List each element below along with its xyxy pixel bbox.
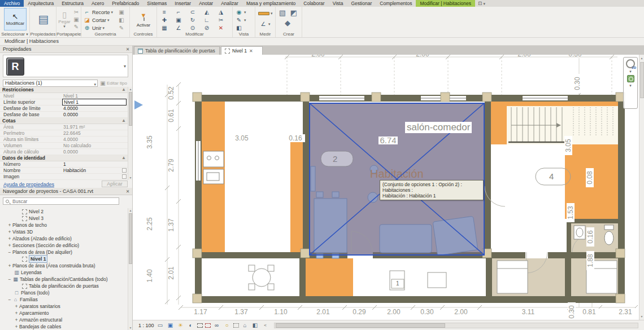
crop-view-icon[interactable] [197, 323, 203, 328]
tab-vista[interactable]: Vista [329, 0, 347, 7]
paste-button[interactable]: ▯ Pegar ▾ [58, 8, 71, 30]
dimension[interactable]: 1.37 [232, 308, 251, 316]
browser-item-aparcamiento[interactable]: +Aparcamiento [1, 310, 125, 316]
dimension[interactable]: 2.01 [167, 263, 175, 283]
dimension[interactable]: 2.31 [616, 308, 635, 316]
join-geometry-button[interactable]: ⊕Unir▾ [83, 24, 105, 32]
dimension[interactable]: 0.16 [286, 134, 305, 142]
analytical-model-icon[interactable]: ⌂ [241, 322, 249, 329]
tab-acero[interactable]: Acero [88, 0, 108, 7]
array-icon[interactable]: ▦ [160, 24, 168, 32]
expand-icon[interactable]: + [7, 262, 12, 269]
visual-style-icon[interactable]: ▣ [167, 322, 175, 329]
dimension[interactable]: 2.25 [146, 214, 154, 234]
browser-item-nivel-1-selected[interactable]: Nivel 1 [1, 256, 125, 262]
section-restricciones[interactable]: Restricciones▲ [0, 87, 128, 93]
tab-prefabricado[interactable]: Prefabricado [108, 0, 143, 7]
browser-item-bandejas-cables[interactable]: +Bandejas de cables [1, 323, 125, 330]
tab-colaborar[interactable]: Colaborar [299, 0, 328, 7]
view-tab-schedule[interactable]: Tabla de planificación de puertas [134, 46, 220, 55]
section-cotas[interactable]: Cotas▲ [0, 118, 128, 124]
browser-item-planos-area-alquiler[interactable]: −Planos de área (De alquiler) [1, 249, 125, 256]
dimension[interactable]: 0.61 [167, 106, 175, 125]
room-tag-4[interactable]: 4 [549, 171, 554, 181]
pin-element-icon[interactable]: ⊙ [189, 24, 197, 32]
dimension[interactable]: 2.00 [384, 308, 403, 316]
browser-search-box[interactable] [3, 197, 119, 205]
dimension[interactable]: 3.35 [146, 133, 154, 152]
tab-insertar[interactable]: Insertar [171, 0, 195, 7]
browser-item-planos-techo[interactable]: +Planos de techo [1, 222, 125, 228]
delete-icon[interactable]: ✕ [217, 24, 225, 32]
align-icon[interactable]: ≡ [160, 8, 168, 16]
group-label-seleccionar[interactable]: Seleccionar ▾ [0, 32, 29, 37]
search-input[interactable] [12, 199, 114, 204]
expand-icon[interactable]: + [7, 235, 12, 242]
browser-item-nivel-3[interactable]: Nivel 3 [1, 215, 125, 222]
demolish-icon[interactable]: ◧ [118, 16, 125, 24]
properties-button[interactable]: ▤ [37, 9, 50, 29]
limite-superior-field[interactable]: Nivel 1 [62, 99, 127, 105]
dimension[interactable]: 1.37 [167, 215, 175, 235]
measure-angle-button[interactable]: ∠▾ [259, 20, 271, 28]
tab-analizar[interactable]: Analizar [217, 0, 242, 7]
collapse-icon[interactable]: − [7, 276, 12, 283]
browse-button[interactable] [122, 168, 127, 173]
move-icon[interactable]: ✚ [160, 16, 168, 24]
modify-button[interactable]: ↖ Modificar [4, 8, 27, 30]
dimension[interactable]: 0.52 [167, 83, 175, 103]
properties-panel-header[interactable]: Propiedades ✕ [0, 46, 132, 53]
view-tab-nivel-1[interactable]: Nivel 1 ✕ [221, 46, 263, 55]
show-crop-region-icon[interactable] [205, 323, 211, 328]
dimension[interactable]: 2.00 [515, 55, 534, 58]
temporary-hide-isolate-icon[interactable]: ○ [223, 322, 231, 329]
browser-item-aparatos-sanitarios[interactable]: +Aparatos sanitarios [1, 303, 125, 310]
dimension[interactable]: 1.88 [586, 251, 594, 270]
cut-clipboard-icon[interactable]: ✂ [72, 8, 80, 16]
dimension[interactable]: 1.40 [146, 266, 154, 285]
trim-geometry-button[interactable]: ⌐Recorte▾ [83, 8, 113, 16]
properties-help-link[interactable]: Ayuda de propiedades [3, 182, 54, 187]
dimension[interactable]: 2.00 [451, 308, 471, 316]
property-row[interactable]: Número1 [0, 161, 128, 168]
drawing-area[interactable]: 2.00 2.00 2.00 0.30 3.35 2.25 1.40 0.52 … [133, 55, 639, 320]
project-browser-header[interactable]: Navegador de proyectos - CASA 001.rvt ✕ [0, 188, 132, 195]
visibility-icon[interactable]: ◉ [235, 8, 243, 16]
expand-status-icon[interactable]: < [262, 322, 269, 329]
chevron-down-icon[interactable]: ▾ [629, 69, 632, 74]
sun-path-icon[interactable]: ☀ [177, 322, 185, 329]
dimension[interactable]: 2.01 [314, 308, 333, 316]
salon-comedor-label[interactable]: salón-comedor [405, 122, 472, 133]
expand-icon[interactable]: + [14, 303, 19, 310]
edit-type-button[interactable]: ▣ Editar tipo [100, 79, 129, 87]
create-group-icon[interactable]: ▧ [279, 9, 286, 16]
chevron-down-icon[interactable]: ▾ [629, 83, 632, 88]
create-assembly-icon[interactable]: ◆ [284, 19, 291, 27]
browser-item-tablas-planificacion[interactable]: −▦Tablas de planificación/Cantidades (to… [1, 276, 125, 283]
tab-masa-emplazamiento[interactable]: Masa y emplazamiento [242, 0, 299, 7]
browser-item-secciones[interactable]: +Secciones (Sección de edificio) [1, 242, 125, 249]
expand-icon[interactable]: + [14, 323, 19, 330]
constraints-icon[interactable]: ◧ [251, 322, 259, 329]
cut-geometry-button[interactable]: ◪Cortar▾ [83, 16, 110, 24]
browse-button[interactable] [122, 174, 127, 179]
expand-icon[interactable]: + [14, 316, 19, 323]
trim-extend-icon[interactable]: ∟ [203, 16, 211, 24]
dimension[interactable]: 0.29 [350, 308, 369, 316]
copy-icon[interactable]: ▣ [175, 16, 182, 24]
browser-item-tabla-puertas[interactable]: Tabla de planificación de puertas [1, 283, 125, 289]
browser-item-vistas-3d[interactable]: +Vistas 3D [1, 228, 125, 235]
expand-icon[interactable]: + [7, 242, 12, 249]
close-icon[interactable]: ✕ [125, 46, 130, 53]
ribbon-overflow-icon[interactable]: ⊡ ▾ [475, 0, 488, 7]
properties-scrollbar[interactable]: ▲ ▼ [128, 87, 132, 180]
dimension[interactable]: 1.17 [191, 308, 210, 316]
collapse-icon[interactable]: − [7, 296, 12, 303]
tab-estructura[interactable]: Estructura [58, 0, 88, 7]
tab-arquitectura[interactable]: Arquitectura [24, 0, 58, 7]
measure-button[interactable]: ▾ [258, 11, 273, 16]
tab-gestionar[interactable]: Gestionar [347, 0, 376, 7]
apply-button[interactable]: Aplicar [102, 181, 128, 187]
door-tag-1[interactable]: 1 [396, 280, 399, 287]
dimension[interactable]: 1.53 [567, 203, 575, 222]
